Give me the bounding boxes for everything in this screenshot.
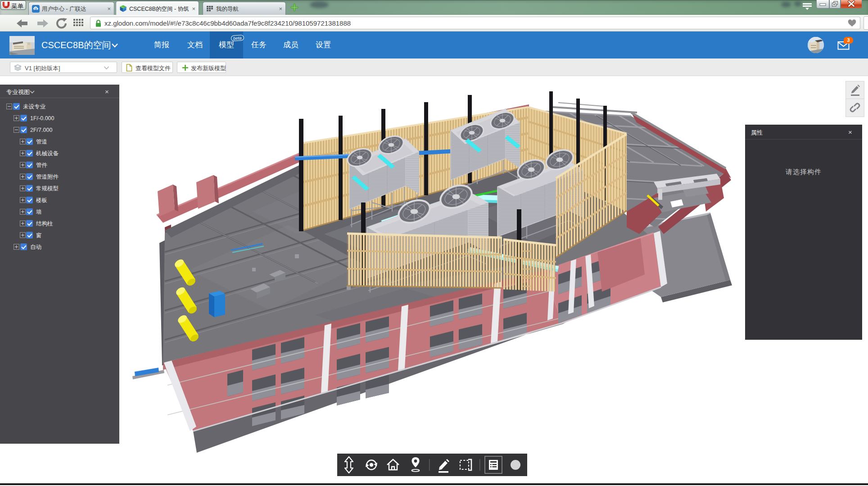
tree-expand-toggle[interactable]	[20, 185, 26, 191]
tree-checkbox[interactable]	[20, 126, 27, 133]
window-close-button[interactable]	[841, 0, 862, 9]
nav-item-documents[interactable]: 文档	[178, 32, 212, 58]
tree-item[interactable]: 常规模型	[0, 183, 119, 194]
tree-item[interactable]: 楼板	[0, 194, 119, 206]
version-select-value: V1 [初始版本]	[25, 64, 60, 72]
tree-item[interactable]: 管道附件	[0, 171, 119, 183]
blue-box	[209, 291, 225, 317]
roam-icon[interactable]	[412, 457, 420, 472]
https-lock-icon	[95, 19, 102, 27]
heart-icon	[848, 19, 856, 27]
bim-3d-model[interactable]	[0, 76, 868, 486]
tree-item[interactable]: 管道	[0, 136, 119, 148]
tree-item[interactable]: 2F/7.000	[0, 124, 119, 136]
nav-item-briefing[interactable]: 简报	[145, 32, 178, 58]
tree-checkbox[interactable]	[26, 150, 33, 157]
tree-expand-toggle[interactable]	[14, 115, 19, 121]
tree-item[interactable]: 墙	[0, 206, 119, 218]
nav-item-settings[interactable]: 设置	[307, 32, 340, 58]
link-icon	[846, 99, 864, 116]
empty-selection-hint: 请选择构件	[745, 168, 862, 176]
tree-item[interactable]: 窗	[0, 230, 119, 241]
window-maximize-button[interactable]	[829, 0, 841, 9]
home-icon[interactable]	[387, 459, 399, 470]
favorites-heart-button[interactable]	[844, 17, 860, 29]
tree-expand-toggle[interactable]	[20, 232, 26, 238]
nav-item-members[interactable]: 成员	[274, 32, 307, 58]
panel-title: 专业视图	[6, 88, 30, 96]
space-title[interactable]: CSCEC8B的空间	[41, 32, 111, 58]
tree-expand-toggle[interactable]	[14, 127, 19, 133]
panel-caret-icon[interactable]	[30, 90, 35, 94]
tree-item[interactable]: 自动	[0, 241, 119, 253]
model-viewport[interactable]: 专业视图 × 未设专业 1F/-0.000	[0, 76, 868, 486]
tab-cscec8b-space[interactable]: CSCEC8B的空间 - 协筑 ×	[116, 1, 199, 15]
nav-label: 设置	[316, 40, 331, 49]
tree-checkbox[interactable]	[26, 232, 33, 238]
tree-expand-toggle[interactable]	[20, 139, 26, 144]
tab-close-icon[interactable]: ×	[279, 5, 282, 12]
user-avatar[interactable]	[808, 37, 824, 53]
tree-expand-toggle[interactable]	[20, 197, 26, 203]
space-thumbnail[interactable]	[9, 36, 35, 55]
tree-expand-toggle[interactable]	[20, 150, 26, 156]
tree-expand-toggle[interactable]	[20, 220, 26, 226]
tree-item[interactable]: 结构柱	[0, 218, 119, 230]
tab-my-navigation[interactable]: 我的导航 ×	[203, 2, 286, 15]
link-tool-button[interactable]	[845, 99, 864, 117]
panel-close-icon[interactable]: ×	[848, 128, 852, 136]
tree-item-label: 管件	[36, 159, 47, 171]
tree-checkbox[interactable]	[26, 185, 33, 192]
tree-checkbox[interactable]	[26, 138, 33, 145]
nav-item-tasks[interactable]: 任务	[242, 32, 276, 58]
tree-checkbox[interactable]	[26, 197, 33, 203]
layers-icon	[14, 64, 22, 71]
desktop-icon-smudge	[794, 1, 801, 6]
tree-item[interactable]: 机械设备	[0, 148, 119, 159]
forward-icon[interactable]	[35, 18, 50, 29]
tree-checkbox[interactable]	[13, 103, 20, 110]
tree-item[interactable]: 未设专业	[0, 101, 119, 112]
tree-expand-toggle[interactable]	[14, 244, 19, 250]
window-minimize-button[interactable]	[816, 0, 829, 9]
titlebar-menu-icon[interactable]	[802, 3, 813, 11]
tree-item[interactable]: 1F/-0.000	[0, 112, 119, 124]
tree-checkbox[interactable]	[26, 162, 33, 168]
notifications-mail[interactable]: 3	[837, 40, 855, 52]
tree-item[interactable]: 管件	[0, 159, 119, 171]
markup-icon[interactable]	[439, 459, 449, 473]
tree-expand-toggle[interactable]	[20, 174, 26, 180]
panel-close-icon[interactable]: ×	[105, 88, 109, 95]
publish-model-button[interactable]: 发布新版模型	[177, 62, 226, 73]
view-model-files-button[interactable]: 查看模型文件	[122, 62, 173, 73]
tree-expand-toggle[interactable]	[20, 162, 26, 168]
tree-expand-toggle[interactable]	[20, 209, 26, 215]
url-field[interactable]: xz.glodon.com/model/#!/e73c8c46c9bb4d60a…	[90, 17, 845, 29]
nav-label: 文档	[187, 40, 203, 49]
tree-item-label: 1F/-0.000	[30, 112, 54, 125]
nav-item-model[interactable]: 模型beta	[210, 32, 243, 58]
tree-checkbox[interactable]	[26, 208, 33, 215]
tree-checkbox[interactable]	[20, 243, 27, 250]
version-select[interactable]: V1 [初始版本]	[10, 62, 117, 73]
new-tab-button[interactable]	[289, 3, 300, 12]
tree-checkbox[interactable]	[26, 173, 33, 180]
tree-item-label: 2F/7.000	[30, 124, 52, 136]
refresh-icon[interactable]	[54, 18, 69, 29]
apps-grid-icon[interactable]	[73, 18, 85, 27]
tab-close-icon[interactable]: ×	[107, 5, 111, 12]
record-icon[interactable]	[511, 460, 520, 470]
component-list-icon[interactable]	[489, 460, 498, 470]
tree-expand-toggle[interactable]	[6, 104, 12, 109]
space-title-caret-icon[interactable]	[111, 43, 118, 48]
tree-checkbox[interactable]	[20, 115, 27, 122]
back-icon[interactable]	[15, 18, 30, 29]
tab-user-center[interactable]: G 用户中心 - 广联达 ×	[28, 2, 114, 15]
markup-tool-button[interactable]	[845, 81, 864, 99]
tab-close-icon[interactable]: ×	[192, 5, 195, 12]
section-box-icon[interactable]	[460, 459, 471, 470]
orbit-icon[interactable]	[366, 460, 377, 470]
tree-checkbox[interactable]	[26, 220, 33, 227]
elevation-icon[interactable]	[345, 457, 353, 473]
browser-menu-button[interactable]: 菜单	[0, 0, 26, 10]
